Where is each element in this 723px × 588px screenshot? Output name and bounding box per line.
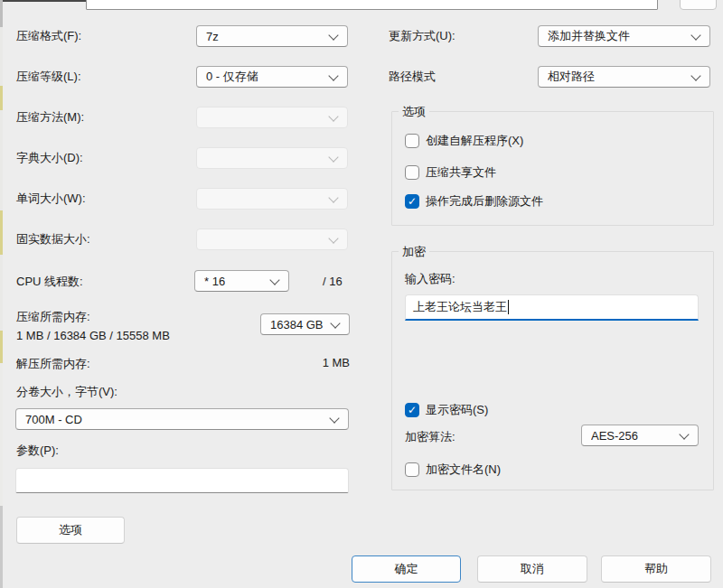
checkbox-encrypt-names[interactable]: 加密文件名(N) bbox=[405, 462, 501, 478]
chevron-down-icon bbox=[690, 30, 700, 40]
format-combobox[interactable]: 7z bbox=[196, 25, 348, 47]
encryption-method-combobox[interactable]: AES-256 bbox=[581, 425, 699, 446]
cpu-threads-label: CPU 线程数: bbox=[16, 274, 83, 289]
memory-decompress-label: 解压所需内存: bbox=[16, 356, 90, 371]
password-input[interactable]: 上老王论坛当老王 bbox=[405, 294, 699, 321]
encryption-method-label: 加密算法: bbox=[405, 429, 455, 444]
help-button[interactable]: 帮助 bbox=[601, 555, 711, 583]
path-mode-combobox[interactable]: 相对路径 bbox=[538, 66, 710, 88]
chevron-down-icon bbox=[328, 152, 338, 162]
update-mode-label: 更新方式(U): bbox=[389, 28, 455, 43]
cancel-button[interactable]: 取消 bbox=[477, 555, 587, 583]
checkbox-compress-shared[interactable]: 压缩共享文件 bbox=[405, 164, 496, 181]
browse-button[interactable] bbox=[680, 0, 717, 10]
solid-size-combobox bbox=[196, 229, 348, 250]
checkbox-box[interactable] bbox=[405, 165, 419, 180]
volume-size-combobox[interactable]: 700M - CD bbox=[15, 408, 349, 430]
encryption-group-title: 加密 bbox=[399, 244, 429, 259]
dictionary-combobox bbox=[196, 147, 348, 169]
chevron-down-icon bbox=[328, 111, 338, 121]
text-cursor bbox=[508, 300, 509, 314]
checkbox-create-sfx[interactable]: 创建自解压程序(X) bbox=[405, 133, 523, 149]
chevron-down-icon bbox=[330, 318, 340, 328]
checkbox-show-password[interactable]: 显示密码(S) bbox=[405, 402, 488, 418]
ok-button[interactable]: 确定 bbox=[352, 555, 461, 583]
background-window-sliver bbox=[0, 0, 3, 588]
memory-combobox[interactable]: 16384 GB bbox=[260, 313, 350, 335]
word-size-combobox bbox=[196, 188, 348, 210]
path-mode-label: 路径模式 bbox=[389, 69, 436, 84]
format-label: 压缩格式(F): bbox=[16, 28, 81, 43]
parameters-label: 参数(P): bbox=[16, 443, 59, 458]
dictionary-label: 字典大小(D): bbox=[16, 150, 83, 165]
top-crop-artifact bbox=[0, 0, 86, 2]
password-label: 输入密码: bbox=[405, 271, 455, 286]
chevron-down-icon bbox=[328, 70, 338, 80]
cpu-threads-combobox[interactable]: * 16 bbox=[194, 270, 289, 292]
memory-compress-detail: 1 MB / 16384 GB / 15558 MB bbox=[16, 328, 170, 343]
chevron-down-icon bbox=[690, 70, 700, 80]
cpu-threads-max: / 16 bbox=[323, 274, 343, 289]
parameters-input[interactable] bbox=[15, 468, 349, 493]
archive-name-input[interactable] bbox=[86, 0, 658, 10]
chevron-down-icon bbox=[329, 413, 339, 423]
update-mode-combobox[interactable]: 添加并替换文件 bbox=[538, 25, 710, 47]
chevron-down-icon bbox=[679, 429, 689, 439]
level-combobox[interactable]: 0 - 仅存储 bbox=[196, 66, 348, 88]
level-label: 压缩等级(L): bbox=[16, 69, 81, 84]
memory-decompress-value: 1 MB bbox=[271, 356, 350, 369]
checkbox-box[interactable] bbox=[405, 403, 419, 417]
method-label: 压缩方法(M): bbox=[16, 109, 84, 125]
volume-size-label: 分卷大小，字节(V): bbox=[16, 384, 117, 399]
chevron-down-icon bbox=[328, 192, 338, 202]
method-combobox bbox=[196, 107, 348, 128]
add-to-archive-dialog: 压缩格式(F): 压缩等级(L): 压缩方法(M): 字典大小(D): 单词大小… bbox=[0, 0, 723, 588]
memory-compress-label: 压缩所需内存: bbox=[16, 309, 90, 324]
checkbox-box[interactable] bbox=[405, 462, 419, 477]
checkbox-delete-after[interactable]: 操作完成后删除源文件 bbox=[405, 193, 543, 210]
checkbox-box[interactable] bbox=[405, 134, 419, 148]
options-group-title: 选项 bbox=[399, 104, 429, 119]
options-button[interactable]: 选项 bbox=[16, 517, 125, 544]
encryption-group: 加密 bbox=[391, 251, 714, 490]
chevron-down-icon bbox=[328, 30, 338, 40]
chevron-down-icon bbox=[328, 233, 338, 243]
word-size-label: 单词大小(W): bbox=[16, 191, 86, 206]
checkbox-box[interactable] bbox=[405, 194, 419, 209]
solid-size-label: 固实数据大小: bbox=[16, 231, 90, 247]
chevron-down-icon bbox=[269, 275, 279, 285]
